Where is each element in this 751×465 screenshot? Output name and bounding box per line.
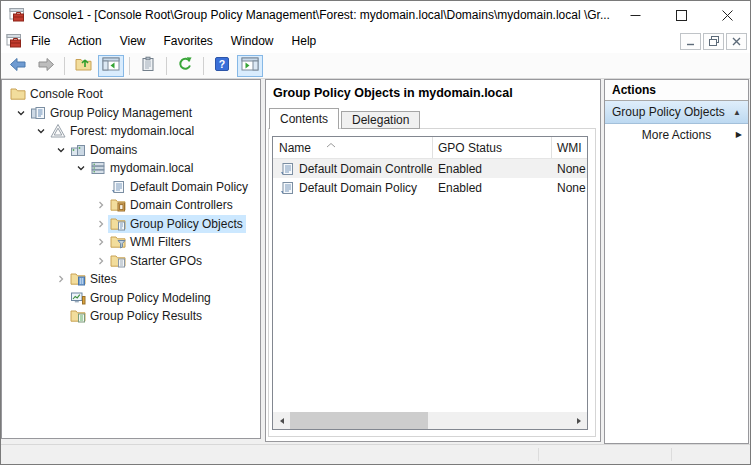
mmc-child-icon [6,33,22,49]
refresh-button[interactable] [172,55,198,77]
chevron-collapsed-icon[interactable] [54,272,68,286]
folder-clipboard-icon [110,197,126,213]
folder-results-icon [70,308,86,324]
column-divider[interactable] [551,137,552,158]
collapse-section-icon[interactable]: ▲ [733,108,741,117]
close-button[interactable] [704,1,750,29]
column-header-wmi-filter[interactable]: WMI [551,137,587,158]
child-close-button[interactable] [726,33,747,50]
clipboard-icon [140,56,156,75]
tab-strip: Contents Delegation [269,108,420,129]
menu-help[interactable]: Help [283,31,326,51]
actions-pane: Actions Group Policy Objects ▲ More Acti… [604,79,749,444]
gpo-scroll-icon [279,161,295,177]
forest-icon [50,123,66,139]
help-button[interactable]: ? [209,55,235,77]
menu-action[interactable]: Action [59,31,110,51]
chevron-expanded-icon[interactable] [74,161,88,175]
scrollbar-thumb[interactable] [290,412,428,429]
chevron-expanded-icon[interactable] [34,124,48,138]
menu-file[interactable]: File [22,31,59,51]
back-icon [9,57,27,75]
menu-bar: File Action View Favorites Window Help [1,29,750,53]
actions-section-group-policy-objects[interactable]: Group Policy Objects ▲ [605,101,748,124]
mmc-window: Console1 - [Console Root\Group Policy Ma… [0,0,751,465]
folder-doc-icon [110,253,126,269]
gpo-scroll-icon [110,179,126,195]
back-button[interactable] [5,55,31,77]
toolbar-separator [203,57,204,75]
maximize-button[interactable] [658,1,704,29]
chevron-expanded-icon[interactable] [54,143,68,157]
chevron-collapsed-icon[interactable] [94,217,108,231]
tree-item-mydomain-local[interactable]: mydomain.local [2,159,260,178]
chevron-collapsed-icon[interactable] [94,254,108,268]
console-tree-pane: Console Root Group Policy Management For… [1,79,261,439]
tree-item-default-domain-policy[interactable]: Default Domain Policy [2,178,260,197]
horizontal-scrollbar[interactable] [273,412,587,429]
scroll-right-icon[interactable] [570,412,587,429]
chevron-none [94,180,108,194]
tree-item-sites[interactable]: Sites [2,270,260,289]
results-pane-title: Group Policy Objects in mydomain.local [273,86,513,100]
actions-pane-header: Actions [605,80,748,101]
child-restore-button[interactable] [703,33,724,50]
more-actions-item[interactable]: More Actions ▶ [605,124,748,145]
console-tree-toggle-icon [102,57,120,74]
column-header-name[interactable]: Name [273,137,432,158]
child-minimize-button[interactable] [680,33,701,50]
scroll-left-icon[interactable] [273,412,290,429]
export-list-button[interactable] [135,55,161,77]
up-one-level-button[interactable] [70,55,96,77]
tree-item-domain-controllers[interactable]: Domain Controllers [2,196,260,215]
folder-icon [10,86,26,102]
tree-item-console-root[interactable]: Console Root [2,85,260,104]
results-pane: Group Policy Objects in mydomain.local C… [265,79,601,442]
show-hide-console-tree-button[interactable] [98,55,124,77]
column-header-gpo-status[interactable]: GPO Status [432,137,551,158]
content-area: Console Root Group Policy Management For… [1,79,750,444]
window-title: Console1 - [Console Root\Group Policy Ma… [33,8,610,22]
gpm-icon [30,105,46,121]
forward-button[interactable] [33,55,59,77]
tree-item-domains[interactable]: Domains [2,141,260,160]
chevron-collapsed-icon[interactable] [94,198,108,212]
tree-item-group-policy-objects[interactable]: Group Policy Objects [2,215,260,234]
status-bar-separator [671,448,672,461]
up-one-level-icon [75,56,92,75]
chevron-expanded-icon[interactable] [14,106,28,120]
tab-contents[interactable]: Contents [269,108,339,129]
menu-window[interactable]: Window [222,31,283,51]
mmc-app-icon [9,7,25,23]
refresh-icon [177,56,193,75]
tab-delegation[interactable]: Delegation [341,111,420,129]
chevron-collapsed-icon[interactable] [94,235,108,249]
tree-item-forest[interactable]: Forest: mydomain.local [2,122,260,141]
gpo-list-view: Name GPO Status WMI Default Domain Contr… [272,136,588,430]
tree-item-group-policy-results[interactable]: Group Policy Results [2,307,260,326]
toolbar-separator [64,57,65,75]
show-hide-action-pane-button[interactable] [237,55,263,77]
action-pane-toggle-icon [241,57,259,74]
toolbar-separator [166,57,167,75]
domains-icon [70,142,86,158]
column-divider[interactable] [432,137,433,158]
table-row[interactable]: Default Domain Controller... Enabled Non… [273,159,587,178]
status-bar-separator [538,448,539,461]
forward-icon [37,57,55,75]
tree-item-starter-gpos[interactable]: Starter GPOs [2,252,260,271]
title-bar: Console1 - [Console Root\Group Policy Ma… [1,1,750,29]
tree-item-wmi-filters[interactable]: WMI Filters [2,233,260,252]
tree-item-group-policy-management[interactable]: Group Policy Management [2,104,260,123]
table-row[interactable]: Default Domain Policy Enabled None [273,178,587,197]
tree-item-group-policy-modeling[interactable]: Group Policy Modeling [2,289,260,308]
minimize-button[interactable] [612,1,658,29]
chevron-none [54,291,68,305]
gpo-scroll-icon [279,180,295,196]
sort-ascending-icon [325,137,337,151]
toolbar-separator [129,57,130,75]
folder-scroll-icon [110,216,126,232]
svg-text:?: ? [219,58,225,70]
menu-favorites[interactable]: Favorites [155,31,222,51]
menu-view[interactable]: View [111,31,155,51]
